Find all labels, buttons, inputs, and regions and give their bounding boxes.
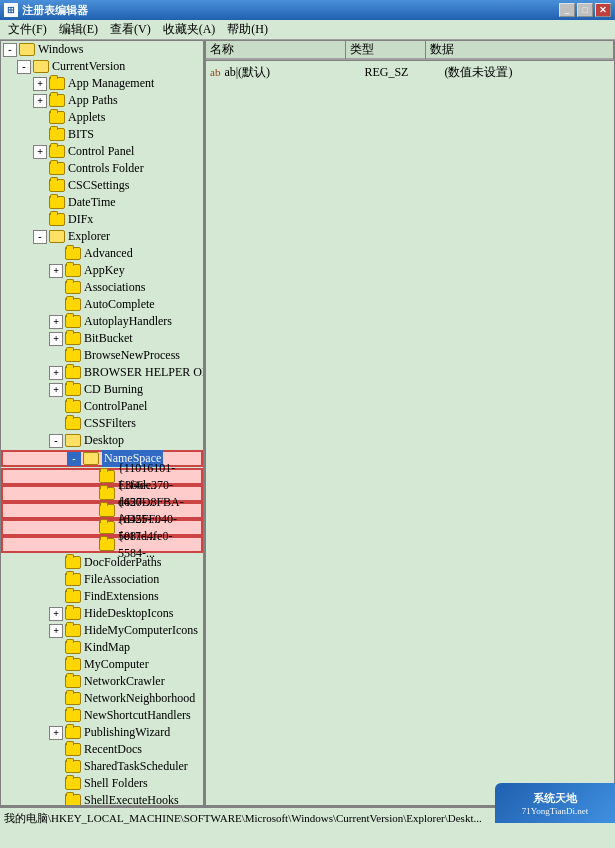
tree-node-controlpanel[interactable]: + Control Panel [1, 143, 203, 160]
close-button[interactable]: ✕ [595, 3, 611, 17]
folder-icon-explorer [49, 230, 65, 243]
expand-icon-hidemycomp[interactable]: + [49, 624, 63, 638]
tree-label-ctrlfolder: Controls Folder [68, 160, 144, 177]
expand-icon-cdburn[interactable]: + [49, 383, 63, 397]
tree-node-datetime[interactable]: DateTime [1, 194, 203, 211]
tree-node-controlpanel2[interactable]: ControlPanel [1, 398, 203, 415]
tree-node-currentversion[interactable]: - CurrentVersion [1, 58, 203, 75]
tree-node-networkneighborhood[interactable]: NetworkNeighborhood [1, 690, 203, 707]
tree-node-cssfilters[interactable]: CSSFilters [1, 415, 203, 432]
tree-node-advanced[interactable]: Advanced [1, 245, 203, 262]
tree-label-cv: CurrentVersion [52, 58, 125, 75]
spacer-advanced [49, 247, 63, 261]
menu-edit[interactable]: 编辑(E) [53, 19, 104, 40]
folder-icon-bitbucket [65, 332, 81, 345]
tree-node-recentdocs[interactable]: RecentDocs [1, 741, 203, 758]
expand-icon-windows[interactable]: - [3, 43, 17, 57]
expand-icon-explorer[interactable]: - [33, 230, 47, 244]
registry-content: ab ab|(默认) REG_SZ (数值未设置) [206, 61, 614, 805]
tree-label-docfolderpaths: DocFolderPaths [84, 554, 161, 571]
tree-node-shellfolders[interactable]: Shell Folders [1, 775, 203, 792]
tree-node-bitbucket[interactable]: + BitBucket [1, 330, 203, 347]
spacer-csc [33, 179, 47, 193]
tree-node-cdburning[interactable]: + CD Burning [1, 381, 203, 398]
title-text: 注册表编辑器 [22, 3, 88, 18]
folder-icon-newshortcut [65, 709, 81, 722]
folder-icon-guid5 [99, 538, 115, 551]
folder-icon-docfolderpaths [65, 556, 81, 569]
tree-panel[interactable]: - Windows - CurrentVersion + App Managem… [1, 41, 206, 805]
folder-icon-recentdocs [65, 743, 81, 756]
tree-node-appkey[interactable]: + AppKey [1, 262, 203, 279]
tree-node-mycomputer[interactable]: MyComputer [1, 656, 203, 673]
tree-label-cpanel2: ControlPanel [84, 398, 147, 415]
tree-label-applets: Applets [68, 109, 105, 126]
menu-favorites[interactable]: 收藏夹(A) [157, 19, 222, 40]
tree-node-hidemycomp[interactable]: + HideMyComputerIcons [1, 622, 203, 639]
title-controls: _ □ ✕ [559, 3, 611, 17]
tree-label-shellfolders: Shell Folders [84, 775, 148, 792]
tree-node-pubwizard[interactable]: + PublishingWizard [1, 724, 203, 741]
col-header-type-label: 类型 [350, 41, 374, 58]
expand-icon-pubwizard[interactable]: + [49, 726, 63, 740]
tree-label-shellexechooks: ShellExecuteHooks [84, 792, 179, 805]
folder-icon-shellfolders [65, 777, 81, 790]
tree-node-autoplay[interactable]: + AutoplayHandlers [1, 313, 203, 330]
col-header-type[interactable]: 类型 [346, 41, 426, 60]
maximize-button[interactable]: □ [577, 3, 593, 17]
expand-icon-hidedesktop[interactable]: + [49, 607, 63, 621]
tree-node-autocomplete[interactable]: AutoComplete [1, 296, 203, 313]
tree-node-kindmap[interactable]: KindMap [1, 639, 203, 656]
col-header-name[interactable]: 名称 [206, 41, 346, 60]
expand-icon-bitbucket[interactable]: + [49, 332, 63, 346]
col-header-data[interactable]: 数据 [426, 41, 614, 60]
expand-icon-bho[interactable]: + [49, 366, 63, 380]
tree-label-networkneighborhood: NetworkNeighborhood [84, 690, 195, 707]
expand-icon-namespace[interactable]: - [67, 452, 81, 466]
tree-node-cscsettings[interactable]: CSCSettings [1, 177, 203, 194]
tree-node-appmanagement[interactable]: + App Management [1, 75, 203, 92]
folder-icon-cssfilters [65, 417, 81, 430]
tree-label-networkcrawler: NetworkCrawler [84, 673, 165, 690]
tree-label-bnp: BrowseNewProcess [84, 347, 180, 364]
tree-node-findext[interactable]: FindExtensions [1, 588, 203, 605]
tree-node-browsenewprocess[interactable]: BrowseNewProcess [1, 347, 203, 364]
tree-label-cssfilters: CSSFilters [84, 415, 136, 432]
tree-node-explorer[interactable]: - Explorer [1, 228, 203, 245]
expand-icon-cv[interactable]: - [17, 60, 31, 74]
menu-file[interactable]: 文件(F) [2, 19, 53, 40]
expand-icon-appmgmt[interactable]: + [33, 77, 47, 91]
tree-node-newshortcut[interactable]: NewShortcutHandlers [1, 707, 203, 724]
tree-node-assoc[interactable]: Associations [1, 279, 203, 296]
expand-icon-appkey[interactable]: + [49, 264, 63, 278]
tree-node-apppaths[interactable]: + App Paths [1, 92, 203, 109]
registry-row-default[interactable]: ab ab|(默认) REG_SZ (数值未设置) [208, 63, 612, 81]
tree-node-guid5[interactable]: {e17d4fe0-5584-... [1, 536, 203, 553]
tree-node-shellexechooks[interactable]: ShellExecuteHooks [1, 792, 203, 805]
tree-node-applets[interactable]: Applets [1, 109, 203, 126]
tree-node-hidedesktop[interactable]: + HideDesktopIcons [1, 605, 203, 622]
menu-view[interactable]: 查看(V) [104, 19, 157, 40]
minimize-button[interactable]: _ [559, 3, 575, 17]
expand-icon-autoplay[interactable]: + [49, 315, 63, 329]
spacer-applets [33, 111, 47, 125]
tree-node-bho[interactable]: + BROWSER HELPER OBJECTS [1, 364, 203, 381]
col-header-data-label: 数据 [430, 41, 454, 58]
tree-node-networkcrawler[interactable]: NetworkCrawler [1, 673, 203, 690]
tree-node-bits[interactable]: BITS [1, 126, 203, 143]
tree-node-windows[interactable]: - Windows [1, 41, 203, 58]
tree-label-mycomp: MyComputer [84, 656, 149, 673]
tree-node-difx[interactable]: DIFx [1, 211, 203, 228]
tree-label-sharedtask: SharedTaskScheduler [84, 758, 188, 775]
menu-help[interactable]: 帮助(H) [221, 19, 274, 40]
tree-node-sharedtask[interactable]: SharedTaskScheduler [1, 758, 203, 775]
expand-icon-desktop[interactable]: - [49, 434, 63, 448]
folder-icon-guid4 [99, 521, 115, 534]
expand-icon-apppaths[interactable]: + [33, 94, 47, 108]
tree-node-controlsfolder[interactable]: Controls Folder [1, 160, 203, 177]
tree-node-fileassoc[interactable]: FileAssociation [1, 571, 203, 588]
tree-node-desktop[interactable]: - Desktop [1, 432, 203, 449]
folder-icon-apppaths [49, 94, 65, 107]
spacer-cssfilters [49, 417, 63, 431]
expand-icon-cpanel[interactable]: + [33, 145, 47, 159]
